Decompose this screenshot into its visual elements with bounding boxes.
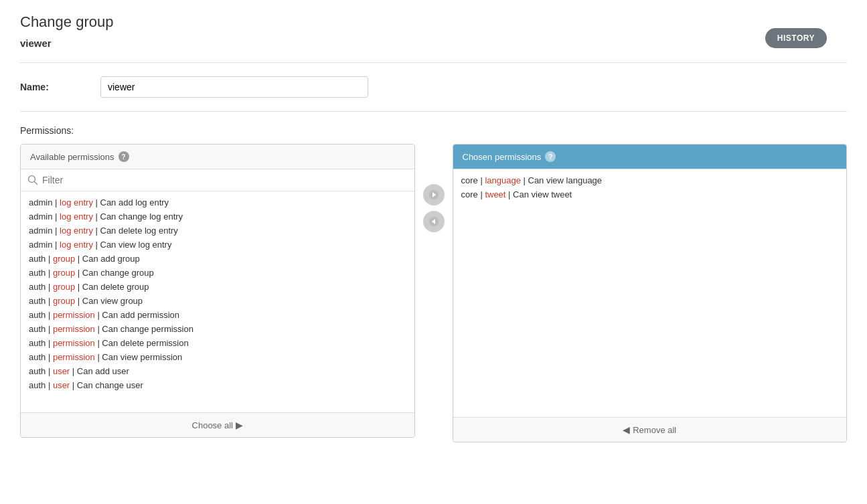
name-input[interactable]: [100, 76, 368, 98]
list-item[interactable]: admin | log entry | Can change log entry: [21, 209, 414, 224]
permissions-label: Permissions:: [20, 125, 847, 136]
list-item[interactable]: auth | permission | Can change permissio…: [21, 322, 414, 336]
list-item[interactable]: auth | permission | Can view permission: [21, 350, 414, 364]
svg-line-1: [35, 182, 37, 185]
divider: [20, 62, 847, 63]
filter-row: [21, 169, 414, 191]
list-item[interactable]: auth | group | Can change group: [21, 266, 414, 280]
list-item[interactable]: auth | group | Can add group: [21, 252, 414, 266]
remove-all-link[interactable]: ◀ Remove all: [623, 424, 676, 435]
name-row: Name:: [20, 76, 847, 98]
name-label: Name:: [20, 82, 100, 92]
list-item[interactable]: auth | group | Can delete group: [21, 280, 414, 294]
right-arrow-icon: [429, 190, 439, 199]
list-item[interactable]: core | tweet | Can view tweet: [453, 187, 847, 201]
available-permissions-panel: Available permissions ? admin | log entr…: [20, 144, 415, 438]
available-help-icon[interactable]: ?: [119, 151, 129, 162]
page-title: Change group: [20, 13, 847, 31]
arrows-column: [415, 184, 453, 232]
list-item[interactable]: auth | user | Can change user: [21, 378, 414, 392]
available-permissions-list[interactable]: admin | log entry | Can add log entryadm…: [21, 191, 414, 412]
group-name-heading: viewer: [20, 37, 847, 49]
list-item[interactable]: core | language | Can view language: [453, 173, 847, 187]
list-item[interactable]: auth | permission | Can add permission: [21, 308, 414, 322]
available-panel-footer: Choose all ▶: [21, 412, 414, 437]
list-item[interactable]: admin | log entry | Can delete log entry: [21, 224, 414, 238]
available-panel-title: Available permissions: [30, 152, 114, 162]
list-item[interactable]: admin | log entry | Can view log entry: [21, 238, 414, 252]
permissions-container: Available permissions ? admin | log entr…: [20, 144, 847, 442]
left-arrow-icon: [429, 217, 439, 226]
chosen-permissions-list[interactable]: core | language | Can view languagecore …: [453, 169, 847, 417]
list-item[interactable]: auth | permission | Can delete permissio…: [21, 336, 414, 350]
chosen-panel-title: Chosen permissions: [463, 152, 542, 162]
choose-all-link[interactable]: Choose all ▶: [192, 420, 243, 430]
chosen-permissions-panel: Chosen permissions ? core | language | C…: [453, 144, 848, 442]
divider-2: [20, 111, 847, 112]
available-panel-header: Available permissions ?: [21, 145, 414, 169]
history-button[interactable]: HISTORY: [765, 28, 827, 48]
list-item[interactable]: admin | log entry | Can add log entry: [21, 195, 414, 209]
search-icon: [27, 175, 38, 185]
remove-all-arrow-icon: ◀: [623, 424, 630, 435]
choose-all-arrow-icon: ▶: [236, 420, 243, 430]
chosen-panel-footer: ◀ Remove all: [453, 417, 847, 442]
chosen-help-icon[interactable]: ?: [545, 151, 556, 162]
list-item[interactable]: auth | group | Can view group: [21, 294, 414, 308]
move-right-button[interactable]: [423, 184, 445, 205]
move-left-button[interactable]: [423, 211, 445, 232]
chosen-panel-header: Chosen permissions ?: [453, 145, 847, 169]
list-item[interactable]: auth | user | Can add user: [21, 364, 414, 378]
filter-input[interactable]: [42, 175, 408, 185]
